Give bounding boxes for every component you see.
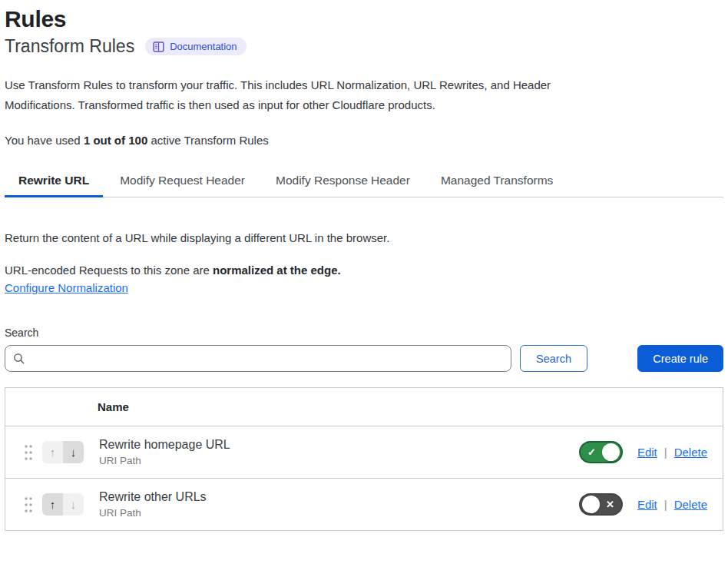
subtitle-row: Transform Rules Documentation	[5, 36, 723, 57]
drag-handle-icon[interactable]	[24, 495, 33, 515]
tab-description: Return the content of a URL while displa…	[5, 231, 723, 244]
column-header-name: Name	[98, 400, 129, 413]
search-input[interactable]	[31, 346, 503, 371]
tab-modify-request-header[interactable]: Modify Request Header	[106, 167, 259, 197]
table-header: Name	[5, 388, 723, 426]
book-icon	[153, 41, 164, 52]
configure-normalization-link[interactable]: Configure Normalization	[5, 281, 128, 294]
rule-name-block: Rewrite other URLs URI Path	[99, 490, 579, 519]
row-actions: ✓ ✕ Edit | Delete	[579, 493, 707, 516]
cross-icon: ✕	[606, 499, 614, 509]
rules-table: Name ↑ ↓ Rewrite homepage URL URI Path	[5, 387, 723, 531]
create-rule-button[interactable]: Create rule	[637, 345, 723, 372]
toggle-knob	[582, 496, 600, 513]
search-label: Search	[5, 327, 38, 339]
normalization-status: URL-encoded Requests to this zone are no…	[5, 264, 723, 277]
table-row: ↑ ↓ Rewrite other URLs URI Path ✓ ✕ Edit…	[5, 478, 723, 530]
move-up-button[interactable]: ↑	[42, 441, 63, 463]
action-separator: |	[664, 446, 667, 459]
usage-summary: You have used 1 out of 100 active Transf…	[5, 134, 723, 147]
tab-managed-transforms[interactable]: Managed Transforms	[427, 167, 567, 197]
edit-link[interactable]: Edit	[637, 446, 657, 459]
documentation-badge-label: Documentation	[170, 41, 237, 52]
search-input-wrapper	[5, 345, 511, 372]
reorder-buttons: ↑ ↓	[42, 493, 84, 516]
edit-link[interactable]: Edit	[637, 498, 657, 511]
move-down-button[interactable]: ↓	[63, 493, 84, 516]
search-icon	[13, 353, 25, 365]
delete-link[interactable]: Delete	[674, 446, 707, 459]
check-icon: ✓	[587, 447, 596, 457]
tab-modify-response-header[interactable]: Modify Response Header	[262, 167, 424, 197]
page-description: Use Transform Rules to transform your tr…	[5, 75, 611, 115]
rule-type: URI Path	[99, 455, 579, 466]
rule-name-block: Rewrite homepage URL URI Path	[99, 438, 579, 466]
page-title: Rules	[5, 6, 723, 32]
delete-link[interactable]: Delete	[674, 498, 707, 511]
rule-enabled-toggle[interactable]: ✓ ✕	[579, 441, 623, 463]
tab-rewrite-url[interactable]: Rewrite URL	[5, 167, 103, 197]
drag-handle-icon[interactable]	[24, 443, 33, 463]
tab-bar: Rewrite URL Modify Request Header Modify…	[5, 167, 723, 197]
row-actions: ✓ ✕ Edit | Delete	[579, 441, 707, 463]
rule-enabled-toggle[interactable]: ✓ ✕	[579, 493, 623, 516]
controls-row: Search Create rule	[5, 345, 723, 372]
page-subtitle: Transform Rules	[5, 36, 134, 57]
move-down-button[interactable]: ↓	[63, 441, 84, 463]
action-separator: |	[664, 498, 667, 511]
rule-name: Rewrite other URLs	[99, 490, 579, 504]
reorder-buttons: ↑ ↓	[42, 441, 84, 463]
toggle-knob	[602, 443, 620, 461]
transform-rules-page: Rules Transform Rules Documentation Use …	[0, 0, 728, 531]
table-row: ↑ ↓ Rewrite homepage URL URI Path ✓ ✕ Ed…	[5, 426, 723, 478]
rule-name: Rewrite homepage URL	[99, 438, 579, 452]
rule-type: URI Path	[99, 507, 579, 519]
move-up-button[interactable]: ↑	[42, 493, 63, 516]
documentation-badge[interactable]: Documentation	[145, 38, 246, 55]
search-button[interactable]: Search	[520, 345, 587, 372]
